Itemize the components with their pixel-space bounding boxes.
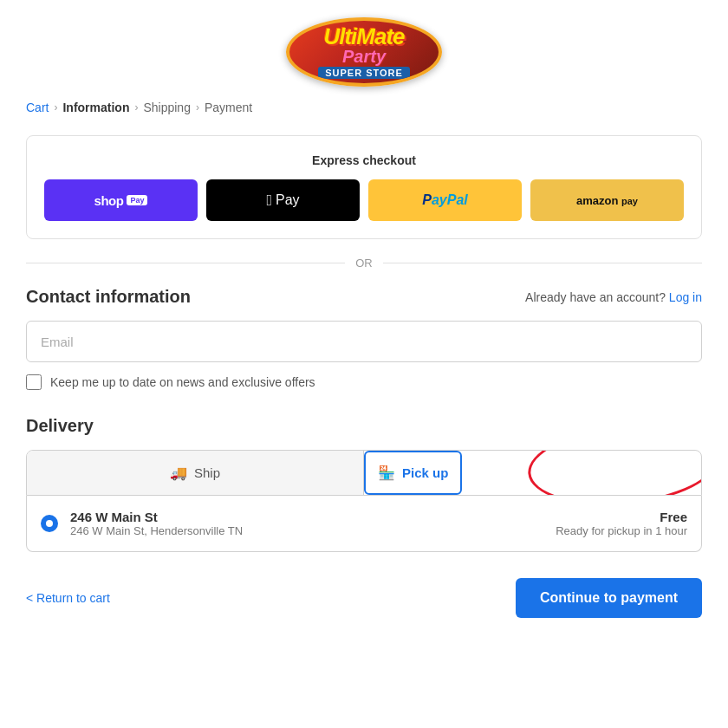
location-address: 246 W Main St, Hendersonville TN (70, 524, 543, 537)
continue-to-payment-button[interactable]: Continue to payment (516, 578, 702, 618)
newsletter-row: Keep me up to date on news and exclusive… (26, 374, 702, 390)
delivery-toggle: 🚚 Ship 🏪 Pick up (26, 450, 702, 496)
logo-party: Party (342, 48, 386, 65)
continue-label: Continue to payment (540, 590, 678, 605)
breadcrumb-shipping: Shipping (143, 101, 191, 114)
delivery-section: 🚚 Ship 🏪 Pick up 246 W Main St 246 W Mai… (26, 450, 702, 552)
shoppay-button[interactable]: shop Pay (44, 179, 198, 221)
breadcrumb-payment: Payment (205, 101, 252, 114)
price-label: Free (556, 510, 687, 524)
newsletter-label[interactable]: Keep me up to date on news and exclusive… (50, 375, 315, 389)
paypal-logo: PayPal (422, 192, 467, 208)
express-checkout-title: Express checkout (44, 153, 684, 167)
applepay-button[interactable]:  Pay (206, 179, 360, 221)
pickup-location-row[interactable]: 246 W Main St 246 W Main St, Hendersonvi… (26, 496, 702, 552)
brand-logo[interactable]: UltiMate Party Super Store (286, 17, 442, 87)
pickup-time: Ready for pickup in 1 hour (556, 524, 687, 537)
logo-area: UltiMate Party Super Store (26, 0, 702, 101)
ship-button[interactable]: 🚚 Ship (27, 451, 364, 495)
express-checkout-section: Express checkout shop Pay  Pay PayPal a… (26, 135, 702, 239)
newsletter-checkbox[interactable] (26, 374, 42, 390)
breadcrumb: Cart › Information › Shipping › Payment (26, 101, 702, 114)
shoppay-text: shop (94, 193, 124, 208)
apple-icon:  (266, 192, 272, 210)
radio-selected (41, 515, 58, 532)
return-label: < Return to cart (26, 591, 110, 605)
return-to-cart-link[interactable]: < Return to cart (26, 591, 110, 605)
store-icon: 🏪 (378, 465, 395, 481)
contact-section-header: Contact information Already have an acco… (26, 287, 702, 307)
amazonpay-logo: amazon pay (576, 194, 638, 207)
login-link[interactable]: Log in (669, 290, 702, 304)
breadcrumb-sep2: › (134, 101, 138, 114)
contact-section-title: Contact information (26, 287, 191, 307)
amazonpay-button[interactable]: amazon pay (530, 179, 684, 221)
ship-label: Ship (194, 465, 220, 480)
location-price-info: Free Ready for pickup in 1 hour (556, 510, 687, 537)
amazonpay-word: pay (621, 196, 638, 206)
pickup-label: Pick up (402, 465, 448, 480)
pickup-button[interactable]: 🏪 Pick up (364, 451, 462, 495)
breadcrumb-cart[interactable]: Cart (26, 101, 49, 114)
breadcrumb-sep3: › (196, 101, 199, 114)
delivery-section-title: Delivery (26, 416, 702, 436)
location-name: 246 W Main St (70, 510, 543, 524)
email-field[interactable] (26, 321, 702, 362)
logo-ultimate: UltiMate (323, 25, 404, 48)
already-account-text: Already have an account? (525, 290, 666, 304)
login-prompt: Already have an account? Log in (525, 290, 702, 304)
paypal-button[interactable]: PayPal (368, 179, 522, 221)
paypal-p-light: ayPal (432, 192, 468, 207)
location-info: 246 W Main St 246 W Main St, Hendersonvi… (70, 510, 543, 537)
breadcrumb-information: Information (62, 101, 129, 114)
truck-icon: 🚚 (170, 465, 187, 481)
or-divider: OR (26, 257, 702, 270)
payment-buttons-row: shop Pay  Pay PayPal amazon pay (44, 179, 684, 221)
applepay-text: Pay (276, 192, 300, 208)
bottom-actions: < Return to cart Continue to payment (26, 578, 702, 618)
shoppay-badge: Pay (127, 195, 147, 205)
paypal-p-blue: P (422, 192, 432, 207)
logo-superstore: Super Store (318, 67, 410, 79)
red-circle-annotation (524, 450, 702, 496)
pickup-circle-wrapper: 🏪 Pick up (364, 451, 701, 495)
or-label: OR (355, 257, 373, 270)
breadcrumb-sep1: › (54, 101, 57, 114)
